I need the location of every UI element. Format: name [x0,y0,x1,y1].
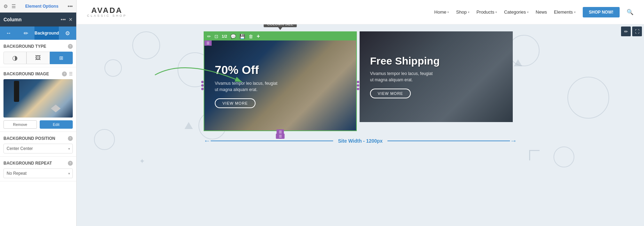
list-icon[interactable]: ☰ [11,3,16,9]
col-handle-left[interactable] [201,81,204,90]
bg-repeat-icons: ? [68,161,73,166]
close-icon[interactable]: ✕ [69,17,73,22]
bg-position-help-icon[interactable]: ? [68,136,73,141]
bg-type-section-icons: ? [68,44,73,49]
deco-circle-7 [567,77,609,119]
nav-elements-label: Elements [554,9,573,15]
nav-shop-label: Shop [456,9,466,15]
nav-categories-arrow: ▾ [527,10,529,14]
tooltip-arrow [278,27,282,30]
row-menu-top-left[interactable]: ☰ [204,40,212,46]
col-tool-trash[interactable]: 🗑 [249,34,253,39]
panel-top-bar: ⚙ ☰ Element Options ••• [0,0,76,13]
panel-title: Column [3,17,22,22]
fullscreen-button[interactable]: ⛶ [632,27,642,36]
edit-mode-button[interactable]: ✏ [621,27,631,36]
banner-1-btn[interactable]: VIEW MORE [215,98,256,108]
tab-style[interactable]: ✏ [17,27,35,40]
element-menu-bottom[interactable]: ☰ [276,134,285,139]
nav-logo: AVADA CLASSIC SHOP [87,7,127,17]
bg-repeat-help-icon[interactable]: ? [68,161,73,166]
bg-image-list-icon[interactable]: ☰ [69,71,73,76]
nav-elements[interactable]: Elements ▾ [554,9,575,15]
nav-home-arrow: ▾ [447,10,449,14]
bg-repeat-header: Background Repeat ? [3,161,73,166]
element-options-label: Element Options [25,4,58,9]
banner-2-btn[interactable]: VIEW MORE [370,89,411,98]
edit-image-button[interactable]: Edit [40,120,73,129]
tab-layout[interactable]: ↔ [0,27,17,40]
nav-categories[interactable]: Categories ▾ [504,9,529,15]
bg-type-color-btn[interactable]: ◑ [3,52,26,64]
logo-text: AVADA [91,7,123,14]
panel-content: Background Type ? ◑ 🖼 ⊞ Background Image… [0,40,76,226]
deco-circle-2 [104,59,122,77]
handle-dot-1 [201,81,204,83]
site-width-label: Site Width - 1200px [333,138,387,144]
banner-1: ☰ 70% Off Vivamus tempor leo lacus, feug… [204,40,357,131]
banner-2: Free Shipping Vivamus tempor leo lacus, … [360,31,513,122]
site-width-row: ← Site Width - 1200px → [204,137,517,145]
background-image-section: Background Image ? ☰ Remove Edit [0,67,76,132]
deco-plus-1: ✦ [139,157,145,165]
background-type-section: Background Type ? ◑ 🖼 ⊞ [0,40,76,67]
bg-repeat-label: Background Repeat [3,161,52,166]
bg-repeat-select-wrapper: No Repeat Repeat Repeat X Repeat Y [3,168,73,178]
banner-2-subtitle: Vivamus tempor leo lacus, feugiat ut mag… [370,70,433,83]
shop-now-button[interactable]: SHOP NOW! [583,7,620,17]
col-handle-right[interactable] [357,81,359,90]
remove-image-button[interactable]: Remove [3,120,37,129]
bg-type-header: Background Type ? [3,44,73,49]
col-tool-pen[interactable]: ✏ [207,34,211,39]
bg-type-label: Background Type [3,44,46,49]
col-tool-add[interactable]: + [257,33,260,39]
thumb-watch-band [14,81,19,102]
nav-products-arrow: ▾ [495,10,497,14]
bg-type-gradient-btn[interactable]: ⊞ [50,52,73,64]
bg-position-label: Background Position [3,136,55,141]
column-1-wrapper: COLUMN SIZE ✏ ⊡ 1/2 💬 💾 🗑 + [204,31,357,131]
nav-home[interactable]: Home ▾ [434,9,449,15]
nav-home-label: Home [434,9,447,15]
banner-1-subtitle: Vivamus tempor leo lacus, feugiat ut mag… [215,80,277,93]
logo-sub: CLASSIC SHOP [87,14,127,17]
panel-title-bar: Column ••• ✕ [0,13,76,27]
nav-shop[interactable]: Shop ▾ [456,9,469,15]
bg-repeat-select[interactable]: No Repeat Repeat Repeat X Repeat Y [3,168,73,178]
col-tool-save[interactable]: 💾 [239,34,245,39]
bg-position-select-wrapper: Center Center Top Left Top Center Top Ri… [3,144,73,153]
bg-position-select[interactable]: Center Center Top Left Top Center Top Ri… [3,144,73,153]
thumb-inner [3,79,73,118]
bg-type-image-btn[interactable]: 🖼 [26,52,49,64]
bg-image-header: Background Image ? ☰ [3,71,73,76]
handle-dot-2 [201,84,204,87]
deco-triangle-1 [184,122,193,129]
tab-background[interactable]: Background [34,27,59,40]
content-wrapper: COLUMN SIZE ✏ ⊡ 1/2 💬 💾 🗑 + [204,31,517,145]
sw-line-right [387,141,510,141]
bg-type-help-icon[interactable]: ? [68,44,73,49]
tab-extra[interactable]: ⚙ [59,27,76,40]
handle-dot-4 [357,81,359,83]
column-toolbar: ✏ ⊡ 1/2 💬 💾 🗑 + [204,31,357,40]
deco-circle-1 [132,31,160,59]
left-panel: ⚙ ☰ Element Options ••• Column ••• ✕ ↔ ✏… [0,0,77,226]
background-image-preview[interactable] [3,79,73,118]
handle-dot-3 [201,88,204,90]
search-icon[interactable]: 🔍 [627,9,634,15]
top-nav: AVADA CLASSIC SHOP Home ▾ Shop ▾ Product… [77,0,644,24]
bg-image-label: Background Image [3,71,49,76]
bg-type-options: ◑ 🖼 ⊞ [3,52,73,64]
gear-icon[interactable]: ⚙ [3,3,8,9]
bg-position-icons: ? [68,136,73,141]
bg-image-help-icon[interactable]: ? [62,71,67,76]
nav-products[interactable]: Products ▾ [477,9,497,15]
banner-1-title: 70% Off [215,63,259,77]
more-icon[interactable]: ••• [68,3,73,9]
main-edit-toolbar: ✏ ⛶ [619,24,644,38]
col-tool-layout[interactable]: ⊡ [214,34,218,39]
col-tool-chat[interactable]: 💬 [230,34,236,39]
nav-news[interactable]: News [536,9,547,15]
more-dots-icon[interactable]: ••• [61,17,66,22]
nav-news-label: News [536,9,547,15]
